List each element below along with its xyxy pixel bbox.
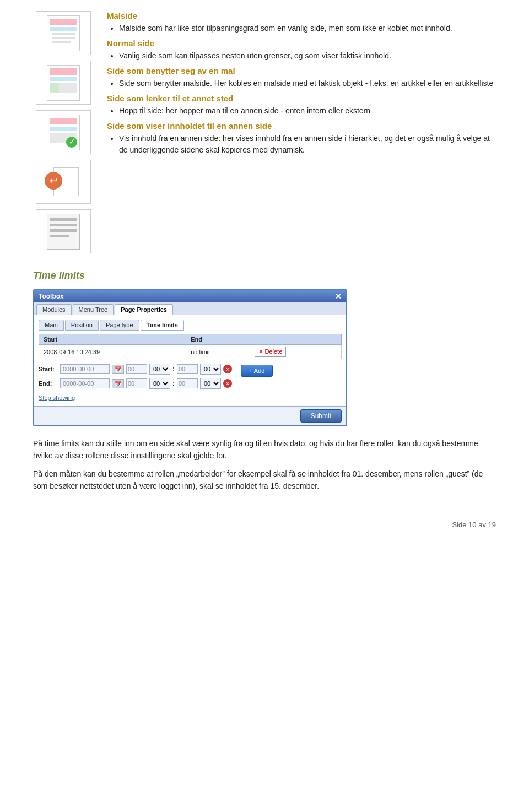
end-calendar-button[interactable]: 📅 (112, 379, 124, 388)
submit-button[interactable]: Submit (300, 409, 342, 423)
list-viser: Vis innhold fra en annen side: her vises… (119, 133, 496, 156)
time-separator-2: : (172, 380, 175, 387)
end-date-input[interactable] (60, 378, 110, 388)
table-row: 2008-09-16 10:24:39 no limit ✕Delete (39, 345, 342, 359)
body-para-1: På time limits kan du stille inn om en s… (33, 437, 496, 462)
start-date-input[interactable] (60, 364, 110, 374)
section-malside: Malside Malside som har like stor tilpas… (107, 11, 496, 34)
inner-tab-position[interactable]: Position (65, 320, 99, 331)
time-limits-heading: Time limits (33, 270, 496, 282)
list-normal: Vanlig side som kan tilpasses nesten ute… (119, 50, 496, 62)
toolbox-body: Main Position Page type Time limits Star… (34, 315, 346, 406)
heading-lenker: Side som lenker til et annet sted (107, 94, 496, 103)
col-end: End (186, 334, 250, 345)
stop-showing-link[interactable]: Stop showing (39, 394, 75, 401)
toolbox-tabs-bar: Modules Menu Tree Page Properties (34, 302, 346, 315)
toolbox-dialog: Toolbox ✕ Modules Menu Tree Page Propert… (33, 289, 347, 426)
time-separator-1: : (172, 365, 175, 373)
page-content: ✓ ↩ Malside Malside som har like stor t (33, 11, 496, 253)
section-viser: Side som viser innholdet til en annen si… (107, 121, 496, 156)
list-item: Hopp til side: her hopper man til en ann… (119, 105, 496, 117)
start-min-input[interactable] (177, 364, 198, 374)
inner-tabs: Main Position Page type Time limits (39, 320, 342, 331)
end-row: End: 📅 000102 : 00153045 ✕ (39, 378, 232, 389)
icon-column: ✓ ↩ (33, 11, 94, 253)
end-hour-input[interactable] (126, 378, 147, 388)
form-area: Start: 📅 000102 : 00153045 ✕ (39, 364, 342, 392)
stop-showing-container: Stop showing (39, 392, 342, 402)
heading-benytter: Side som benytter seg av en mal (107, 66, 496, 75)
heading-normal: Normal side (107, 39, 496, 48)
section-normal: Normal side Vanlig side som kan tilpasse… (107, 39, 496, 62)
row-delete-cell: ✕Delete (250, 345, 342, 359)
inner-tab-time-limits[interactable]: Time limits (141, 320, 184, 331)
add-button-container: + Add (236, 364, 273, 377)
row-end: no limit (186, 345, 250, 359)
body-para-2: På den måten kan du bestemme at rollen „… (33, 468, 496, 492)
time-limits-section: Time limits Toolbox ✕ Modules Menu Tree … (33, 270, 496, 426)
start-label: Start: (39, 366, 58, 372)
toolbox-title: Toolbox (39, 293, 64, 300)
inner-tab-main[interactable]: Main (39, 320, 64, 331)
start-min-select[interactable]: 00153045 (200, 364, 221, 375)
list-item: Vis innhold fra en annen side: her vises… (119, 133, 496, 156)
delete-icon: ✕ (258, 348, 263, 355)
col-start: Start (39, 334, 186, 345)
icon-malside (36, 11, 91, 55)
close-button[interactable]: ✕ (335, 292, 342, 301)
row-start: 2008-09-16 10:24:39 (39, 345, 186, 359)
list-benytter: Side som benytter malside. Her kobles en… (119, 78, 496, 89)
heading-viser: Side som viser innholdet til en annen si… (107, 121, 496, 131)
form-left: Start: 📅 000102 : 00153045 ✕ (39, 364, 232, 392)
tab-menu-tree[interactable]: Menu Tree (73, 304, 114, 315)
list-item: Side som benytter malside. Her kobles en… (119, 78, 496, 89)
start-hour-select[interactable]: 000102 (149, 364, 170, 375)
icon-viser (36, 209, 91, 253)
toolbox-titlebar: Toolbox ✕ (34, 290, 346, 302)
toolbox-footer: Submit (34, 406, 346, 425)
end-label: End: (39, 380, 58, 387)
list-item: Vanlig side som kan tilpasses nesten ute… (119, 50, 496, 62)
text-column: Malside Malside som har like stor tilpas… (107, 11, 496, 253)
col-action (250, 334, 342, 345)
icon-normal (36, 61, 91, 105)
add-button[interactable]: + Add (241, 365, 273, 377)
list-item: Malside som har like stor tilpasningsgra… (119, 23, 496, 34)
heading-malside: Malside (107, 11, 496, 20)
icon-lenker: ↩ (36, 160, 91, 204)
start-hour-input[interactable] (126, 364, 147, 374)
page-footer: Side 10 av 19 (33, 515, 496, 529)
body-paragraphs: På time limits kan du stille inn om en s… (33, 437, 496, 492)
end-min-input[interactable] (177, 378, 198, 388)
page-number: Side 10 av 19 (452, 521, 496, 529)
end-clear-button[interactable]: ✕ (223, 379, 232, 388)
section-lenker: Side som lenker til et annet sted Hopp t… (107, 94, 496, 117)
time-table: Start End 2008-09-16 10:24:39 no limit ✕… (39, 334, 342, 359)
end-hour-select[interactable]: 000102 (149, 378, 170, 389)
end-min-select[interactable]: 00153045 (200, 378, 221, 389)
tab-page-properties[interactable]: Page Properties (115, 304, 173, 315)
section-benytter: Side som benytter seg av en mal Side som… (107, 66, 496, 89)
inner-tab-page-type[interactable]: Page type (100, 320, 139, 331)
list-malside: Malside som har like stor tilpasningsgra… (119, 23, 496, 34)
list-lenker: Hopp til side: her hopper man til en ann… (119, 105, 496, 117)
start-calendar-button[interactable]: 📅 (112, 365, 124, 374)
delete-button[interactable]: ✕Delete (255, 347, 286, 357)
start-row: Start: 📅 000102 : 00153045 ✕ (39, 364, 232, 375)
start-clear-button[interactable]: ✕ (223, 365, 232, 373)
icon-benytter: ✓ (36, 110, 91, 154)
tab-modules[interactable]: Modules (36, 304, 72, 315)
